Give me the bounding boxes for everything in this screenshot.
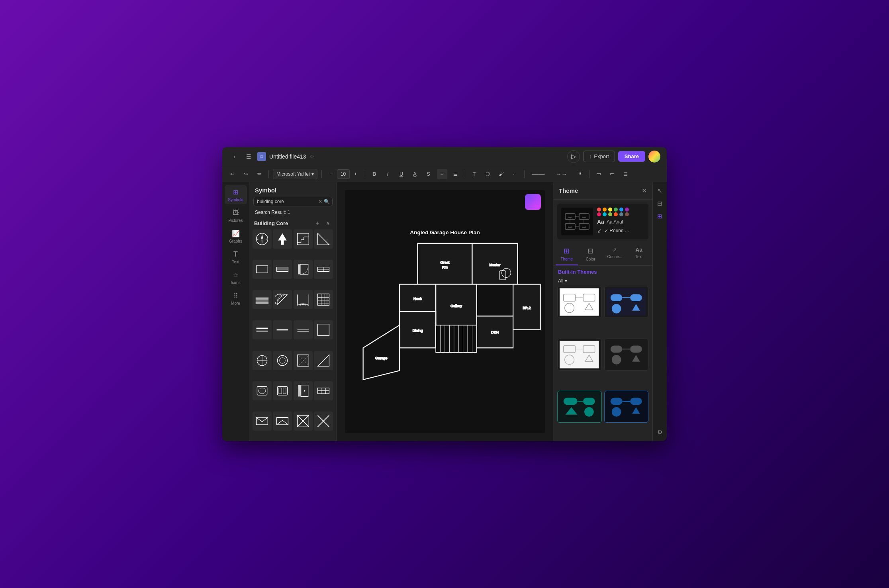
dot-line-button[interactable]: ⠿	[575, 169, 585, 179]
eraser-button[interactable]: ✏	[254, 169, 264, 179]
rect2-button[interactable]: ▭	[607, 169, 617, 179]
theme-card-teal[interactable]	[557, 391, 602, 423]
clear-search-button[interactable]: ✕	[318, 199, 322, 204]
rect-button[interactable]: ▭	[593, 169, 604, 179]
symbol-door2[interactable]	[294, 381, 313, 400]
symbol-circle2[interactable]	[273, 351, 292, 370]
sidebar-item-text[interactable]: T Text	[225, 247, 247, 267]
font-color-button[interactable]: A̲	[410, 169, 420, 179]
symbol-door[interactable]	[294, 260, 313, 279]
paint-button[interactable]: 🖌	[496, 169, 507, 179]
floor-plan-title: Angled Garage House Plan	[410, 229, 480, 235]
font-size-input[interactable]	[337, 169, 350, 179]
back-button[interactable]: ‹	[229, 151, 240, 162]
symbol-line3[interactable]	[294, 320, 313, 339]
align-button[interactable]: ≡	[437, 169, 447, 179]
theme-card-blue-outline[interactable]	[604, 391, 649, 423]
sidebar-item-pictures[interactable]: 🖼 Pictures	[225, 206, 247, 225]
symbol-window[interactable]	[314, 260, 333, 279]
sidebar-item-symbols[interactable]: ⊞ Symbols	[225, 185, 247, 204]
symbol-fixture2[interactable]	[273, 381, 292, 400]
search-button[interactable]: 🔍	[324, 199, 330, 204]
symbol-diagonal[interactable]	[294, 351, 313, 370]
add-section-button[interactable]: +	[313, 219, 321, 227]
symbol-rect2[interactable]	[314, 320, 333, 339]
cursor-tool-button[interactable]: ↖	[654, 185, 666, 196]
close-panel-button[interactable]: ✕	[642, 187, 647, 194]
tab-theme[interactable]: ⊞ Theme	[556, 243, 578, 265]
symbol-corner[interactable]	[314, 351, 333, 370]
star-icon[interactable]: ☆	[309, 153, 315, 160]
arrow-button[interactable]: →→	[552, 169, 572, 179]
settings-button[interactable]: ⚙	[654, 427, 666, 438]
bold-button[interactable]: B	[369, 169, 380, 179]
tab-color[interactable]: ⊟ Color	[580, 243, 602, 265]
symbol-arrow-up[interactable]	[273, 229, 292, 249]
collapse-section-button[interactable]: ∧	[324, 219, 332, 227]
sep-1	[268, 170, 269, 178]
underline-button[interactable]: U	[396, 169, 407, 179]
font-size-decrease-button[interactable]: −	[326, 169, 336, 179]
symbol-line1[interactable]	[273, 260, 292, 279]
svg-text:text: text	[568, 216, 572, 218]
svg-rect-36	[257, 328, 268, 329]
shape-button[interactable]: ⬡	[483, 169, 493, 179]
symbol-grid-stair[interactable]	[314, 290, 333, 309]
undo-button[interactable]: ↩	[227, 169, 237, 179]
italic-button[interactable]: I	[383, 169, 393, 179]
theme-card-minimal[interactable]	[557, 286, 602, 318]
connector-style-button[interactable]: ⌐	[510, 169, 520, 179]
canvas-content: Angled Garage House Plan Great Rm Master	[345, 190, 545, 433]
color-tab-label: Color	[586, 257, 595, 261]
room-garage: Garage	[375, 356, 387, 360]
symbol-compass[interactable]: N S W E	[253, 229, 272, 249]
search-input[interactable]	[257, 199, 317, 204]
theme-card-dark[interactable]	[604, 339, 649, 370]
align3-button[interactable]: ⊟	[621, 169, 631, 179]
theme-card-blue[interactable]	[604, 286, 649, 318]
sidebar-item-more[interactable]: ⠿ More	[225, 289, 247, 308]
layers-button[interactable]: ⊟	[654, 198, 666, 209]
symbol-beam1[interactable]	[253, 320, 272, 339]
symbol-window2[interactable]	[314, 381, 333, 400]
font-size-increase-button[interactable]: +	[351, 169, 361, 179]
grid-button[interactable]: ⊞	[654, 211, 666, 222]
symbol-x[interactable]	[314, 412, 333, 431]
app-logo	[525, 194, 541, 210]
sidebar-item-icons[interactable]: ☆ Icons	[225, 268, 247, 287]
svg-line-68	[282, 420, 288, 425]
symbol-stair[interactable]	[294, 229, 313, 249]
sidebar-item-graphs[interactable]: 📈 Graphs	[225, 227, 247, 246]
symbol-mail1[interactable]	[253, 412, 272, 431]
room-nook: Nook	[413, 297, 422, 301]
symbol-arc-stairs[interactable]	[294, 290, 313, 309]
canvas-area[interactable]: Angled Garage House Plan Great Rm Master	[337, 182, 553, 441]
menu-button[interactable]: ☰	[243, 151, 254, 162]
symbol-mail2[interactable]	[273, 412, 292, 431]
theme-tab-icon: ⊞	[564, 247, 570, 255]
symbol-line2[interactable]	[273, 320, 292, 339]
list-button[interactable]: ≣	[450, 169, 461, 179]
symbol-stairs2[interactable]	[273, 290, 292, 309]
tab-connector[interactable]: ↗ Conne...	[603, 243, 626, 265]
font-selector[interactable]: Microsoft YaHei ▾	[273, 169, 317, 179]
connector-info: ↙ ↙ Round ...	[597, 227, 630, 234]
line-button[interactable]: ——	[529, 169, 548, 179]
theme-card-gray[interactable]	[557, 339, 602, 370]
symbol-rect1[interactable]	[253, 260, 272, 279]
export-button[interactable]: ↑ Export	[583, 151, 615, 162]
strikethrough-button[interactable]: S	[423, 169, 434, 179]
symbol-fixture1[interactable]	[253, 381, 272, 400]
symbol-wall1[interactable]	[253, 290, 272, 309]
filter-row[interactable]: All ▾	[553, 278, 652, 286]
share-button[interactable]: Share	[618, 151, 645, 162]
symbol-triangle[interactable]	[314, 229, 333, 249]
text-button[interactable]: T	[469, 169, 480, 179]
svg-rect-129	[611, 345, 623, 353]
symbol-circle1[interactable]	[253, 351, 272, 370]
symbol-cross[interactable]	[294, 412, 313, 431]
redo-button[interactable]: ↪	[241, 169, 251, 179]
play-button[interactable]: ▷	[567, 150, 580, 163]
svg-rect-19	[300, 265, 308, 274]
tab-text[interactable]: Aa Text	[628, 243, 650, 265]
